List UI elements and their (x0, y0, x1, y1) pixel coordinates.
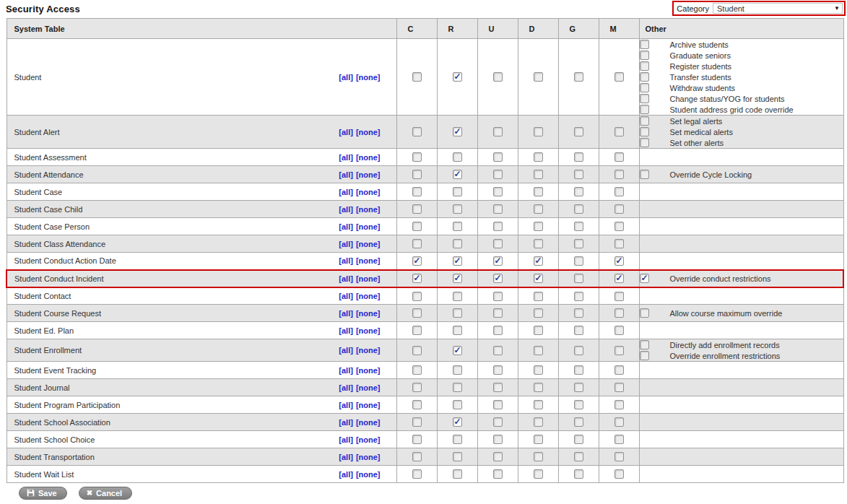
select-all-link[interactable]: [all] (339, 470, 353, 479)
select-none-link[interactable]: [none] (356, 274, 381, 283)
checkbox-d[interactable] (534, 222, 543, 231)
checkbox-d[interactable] (534, 308, 543, 318)
other-checkbox[interactable] (640, 72, 649, 82)
other-checkbox[interactable] (640, 340, 649, 349)
checkbox-g[interactable] (574, 152, 583, 162)
checkbox-m[interactable] (614, 222, 624, 231)
select-all-link[interactable]: [all] (339, 435, 353, 444)
checkbox-u[interactable] (493, 383, 503, 392)
checkbox-g[interactable] (574, 292, 583, 301)
other-checkbox[interactable] (640, 83, 649, 92)
checkbox-u[interactable] (493, 256, 503, 266)
checkbox-r[interactable] (453, 127, 462, 136)
other-checkbox[interactable] (640, 51, 649, 60)
checkbox-m[interactable] (614, 417, 624, 427)
checkbox-c[interactable] (412, 127, 422, 136)
checkbox-d[interactable] (534, 204, 543, 214)
checkbox-c[interactable] (412, 469, 422, 479)
checkbox-g[interactable] (574, 274, 583, 283)
select-none-link[interactable]: [none] (356, 401, 381, 409)
other-checkbox[interactable] (640, 308, 649, 318)
checkbox-u[interactable] (493, 400, 503, 409)
checkbox-g[interactable] (574, 308, 583, 318)
other-checkbox[interactable] (640, 138, 649, 147)
checkbox-c[interactable] (412, 152, 422, 162)
select-all-link[interactable]: [all] (339, 383, 353, 392)
select-all-link[interactable]: [all] (339, 256, 353, 265)
checkbox-g[interactable] (574, 400, 583, 409)
checkbox-r[interactable] (453, 222, 462, 231)
select-none-link[interactable]: [none] (356, 153, 381, 162)
checkbox-c[interactable] (412, 239, 422, 248)
select-none-link[interactable]: [none] (356, 383, 381, 392)
checkbox-r[interactable] (453, 435, 462, 444)
checkbox-g[interactable] (574, 346, 583, 355)
checkbox-d[interactable] (534, 435, 543, 444)
select-none-link[interactable]: [none] (356, 366, 381, 375)
checkbox-c[interactable] (412, 326, 422, 335)
select-all-link[interactable]: [all] (339, 188, 353, 196)
other-checkbox[interactable] (640, 105, 649, 114)
select-all-link[interactable]: [all] (339, 222, 353, 231)
checkbox-c[interactable] (412, 187, 422, 196)
checkbox-d[interactable] (534, 365, 543, 375)
checkbox-d[interactable] (534, 239, 543, 248)
checkbox-c[interactable] (412, 256, 422, 266)
checkbox-g[interactable] (574, 435, 583, 444)
select-all-link[interactable]: [all] (339, 326, 353, 335)
checkbox-c[interactable] (412, 435, 422, 444)
checkbox-g[interactable] (574, 383, 583, 392)
select-all-link[interactable]: [all] (339, 170, 353, 179)
checkbox-u[interactable] (493, 452, 503, 461)
checkbox-m[interactable] (614, 452, 624, 461)
checkbox-g[interactable] (574, 204, 583, 214)
checkbox-u[interactable] (493, 127, 503, 136)
select-all-link[interactable]: [all] (339, 366, 353, 375)
select-none-link[interactable]: [none] (356, 418, 381, 427)
checkbox-r[interactable] (453, 239, 462, 248)
checkbox-m[interactable] (614, 346, 624, 355)
select-none-link[interactable]: [none] (356, 346, 381, 355)
checkbox-m[interactable] (614, 435, 624, 444)
other-checkbox[interactable] (640, 274, 649, 283)
checkbox-c[interactable] (412, 383, 422, 392)
checkbox-c[interactable] (412, 308, 422, 318)
other-checkbox[interactable] (640, 170, 649, 179)
checkbox-m[interactable] (614, 256, 624, 266)
checkbox-g[interactable] (574, 326, 583, 335)
checkbox-r[interactable] (453, 204, 462, 214)
checkbox-u[interactable] (493, 417, 503, 427)
checkbox-g[interactable] (574, 417, 583, 427)
checkbox-m[interactable] (614, 170, 624, 179)
checkbox-d[interactable] (534, 400, 543, 409)
checkbox-m[interactable] (614, 127, 624, 136)
checkbox-c[interactable] (412, 346, 422, 355)
other-checkbox[interactable] (640, 61, 649, 71)
checkbox-r[interactable] (453, 417, 462, 427)
checkbox-u[interactable] (493, 187, 503, 196)
checkbox-u[interactable] (493, 274, 503, 283)
checkbox-r[interactable] (453, 308, 462, 318)
checkbox-d[interactable] (534, 256, 543, 266)
checkbox-c[interactable] (412, 365, 422, 375)
checkbox-g[interactable] (574, 72, 583, 82)
checkbox-d[interactable] (534, 326, 543, 335)
category-select[interactable]: Student ▼ (713, 3, 843, 14)
select-none-link[interactable]: [none] (356, 470, 381, 479)
checkbox-r[interactable] (453, 383, 462, 392)
checkbox-u[interactable] (493, 239, 503, 248)
select-all-link[interactable]: [all] (339, 418, 353, 427)
select-all-link[interactable]: [all] (339, 309, 353, 318)
checkbox-g[interactable] (574, 256, 583, 266)
checkbox-d[interactable] (534, 452, 543, 461)
select-none-link[interactable]: [none] (356, 326, 381, 335)
checkbox-c[interactable] (412, 170, 422, 179)
other-checkbox[interactable] (640, 40, 649, 49)
checkbox-m[interactable] (614, 187, 624, 196)
select-none-link[interactable]: [none] (356, 188, 381, 196)
checkbox-c[interactable] (412, 417, 422, 427)
checkbox-g[interactable] (574, 365, 583, 375)
select-all-link[interactable]: [all] (339, 292, 353, 300)
select-none-link[interactable]: [none] (356, 435, 381, 444)
checkbox-d[interactable] (534, 170, 543, 179)
